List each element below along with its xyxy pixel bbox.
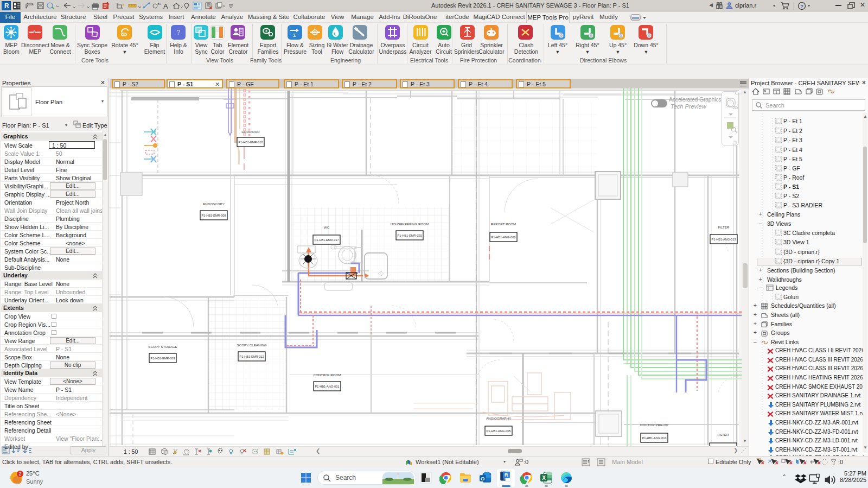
svg-text:P1-HB1-ANG-005: P1-HB1-ANG-005 xyxy=(487,429,511,433)
svg-text:SCOPY STORAGE: SCOPY STORAGE xyxy=(148,345,177,348)
svg-text:P1-HB1-ANG-006: P1-HB1-ANG-006 xyxy=(492,236,516,239)
svg-text:P1-HB1-EMR-017: P1-HB1-EMR-017 xyxy=(314,238,339,242)
svg-text:FILTER: FILTER xyxy=(718,433,729,436)
svg-text:FILTER: FILTER xyxy=(718,225,730,229)
svg-text:ANGIOGRAPHY: ANGIOGRAPHY xyxy=(486,416,511,420)
svg-text:SCOPY CLEANING: SCOPY CLEANING xyxy=(237,343,267,347)
svg-text:2: 2 xyxy=(18,471,21,477)
svg-text:O: O xyxy=(481,476,485,481)
svg-text:P1-HB1-EMR-010: P1-HB1-EMR-010 xyxy=(238,141,263,144)
svg-text:CONTROL ROOM: CONTROL ROOM xyxy=(314,373,341,377)
svg-text:P1-HB1-EMR-003: P1-HB1-EMR-003 xyxy=(150,357,175,360)
svg-text:ENDOSCOPY: ENDOSCOPY xyxy=(203,202,225,206)
svg-text:REPORT ROOM: REPORT ROOM xyxy=(491,222,516,226)
svg-text:P1-HB1-ANG-001: P1-HB1-ANG-001 xyxy=(315,385,340,388)
svg-text:✕: ✕ xyxy=(761,460,765,466)
svg-text:DOCTOR PRE-OP: DOCTOR PRE-OP xyxy=(640,423,668,427)
svg-text:P1-HB1-ANG-010: P1-HB1-ANG-010 xyxy=(642,436,667,440)
svg-text:P1-HB1-ANG-013: P1-HB1-ANG-013 xyxy=(712,238,736,241)
svg-text:10: 10 xyxy=(158,2,161,5)
svg-text:✕: ✕ xyxy=(817,460,821,466)
svg-text:HOUSEKEEPING ROOM: HOUSEKEEPING ROOM xyxy=(391,222,429,226)
svg-text:WC: WC xyxy=(324,225,330,229)
svg-text:2D: 2D xyxy=(733,106,738,110)
svg-text:✕: ✕ xyxy=(775,460,779,466)
svg-text:45: 45 xyxy=(123,34,125,36)
svg-text:A: A xyxy=(163,2,168,10)
svg-text:✕: ✕ xyxy=(803,460,807,466)
svg-text:RVT: RVT xyxy=(503,478,508,480)
svg-text:X: X xyxy=(542,475,546,481)
svg-text:P1-HB1-EMR-012: P1-HB1-EMR-012 xyxy=(239,355,264,358)
svg-text:?: ? xyxy=(800,4,803,9)
svg-text:R: R xyxy=(505,472,508,478)
svg-text:✕: ✕ xyxy=(789,460,793,466)
svg-text:Σ: Σ xyxy=(293,33,296,38)
svg-text:?: ? xyxy=(176,28,180,36)
svg-text:CORRIDOR: CORRIDOR xyxy=(241,130,260,134)
svg-text:P1-HB1-EMR-008: P1-HB1-EMR-008 xyxy=(201,214,226,217)
svg-text:P1-HB1-EMR-020: P1-HB1-EMR-020 xyxy=(397,234,422,237)
